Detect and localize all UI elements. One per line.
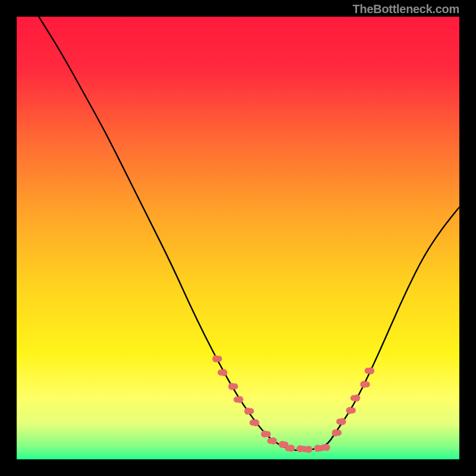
data-marker xyxy=(303,446,309,452)
data-marker xyxy=(320,444,326,450)
data-marker xyxy=(267,438,273,444)
data-marker xyxy=(249,419,255,425)
data-marker xyxy=(365,368,371,374)
data-marker xyxy=(248,408,254,414)
data-marker xyxy=(232,383,238,389)
data-marker xyxy=(350,408,356,414)
plot-frame xyxy=(17,17,459,459)
plot-area xyxy=(17,17,459,459)
chart-svg xyxy=(17,17,459,459)
data-marker xyxy=(336,419,342,425)
data-marker xyxy=(285,445,291,451)
data-marker xyxy=(265,431,271,437)
gradient-background xyxy=(17,17,459,459)
data-marker xyxy=(234,397,240,403)
data-marker xyxy=(364,381,370,387)
data-marker xyxy=(336,430,342,436)
chart-outer: TheBottleneck.com xyxy=(0,0,476,476)
data-marker xyxy=(218,369,224,375)
data-marker xyxy=(216,356,222,362)
attribution-text: TheBottleneck.com xyxy=(353,2,459,16)
data-marker xyxy=(350,395,356,401)
